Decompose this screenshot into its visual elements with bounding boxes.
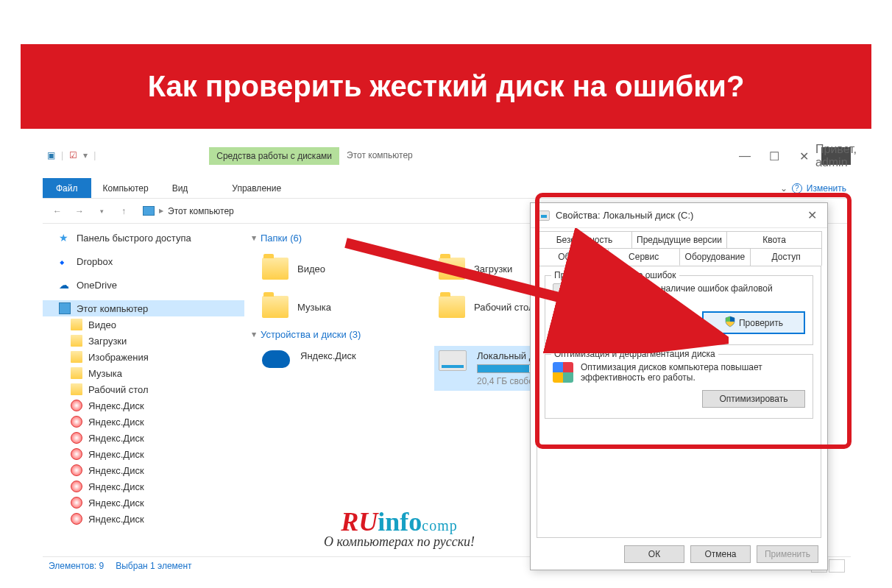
status-count: Элементов: 9: [49, 561, 104, 571]
sidebar-item[interactable]: Яндекс.Диск: [43, 511, 244, 527]
optimize-button[interactable]: Оптимизировать: [702, 390, 805, 408]
close-button[interactable]: ✕: [789, 147, 818, 165]
logo-tagline: О компьютерах по русски!: [324, 534, 475, 550]
sidebar-item-label: Яндекс.Диск: [88, 417, 144, 428]
sidebar-item[interactable]: Загрузки: [43, 333, 244, 349]
tab-file[interactable]: Файл: [43, 178, 91, 198]
breadcrumb-location[interactable]: Этот компьютер: [168, 206, 234, 216]
sidebar-item[interactable]: Видео: [43, 316, 244, 333]
history-dropdown[interactable]: ▾: [93, 202, 110, 220]
up-button[interactable]: ↑: [115, 202, 132, 220]
cancel-button[interactable]: Отмена: [690, 545, 751, 563]
folder-item[interactable]: Видео: [258, 249, 434, 288]
back-button[interactable]: ←: [49, 202, 66, 220]
contextual-tab-label: Средства работы с дисками: [209, 147, 339, 165]
yandex-disk-icon: [71, 400, 82, 411]
logo: RUinfocomp О компьютерах по русски!: [324, 506, 475, 550]
folder-icon: [71, 367, 82, 379]
logo-ru: RU: [341, 507, 378, 536]
tab-service-body: Проверка на наличие ошибок Проверка диск…: [537, 266, 821, 538]
edit-link[interactable]: Изменить: [807, 183, 846, 194]
shield-icon: [724, 316, 736, 330]
forward-button[interactable]: →: [71, 202, 88, 220]
logo-info: info: [378, 507, 422, 536]
optimize-desc: Оптимизация дисков компьютера повышает э…: [581, 362, 805, 383]
sidebar-item[interactable]: Музыка: [43, 365, 244, 381]
sidebar-item[interactable]: Яндекс.Диск: [43, 397, 244, 414]
help-icon[interactable]: ?: [792, 183, 802, 194]
breadcrumb[interactable]: ▶ Этот компьютер: [137, 204, 240, 219]
maximize-button[interactable]: ☐: [760, 147, 789, 165]
sidebar-item[interactable]: ☁OneDrive: [43, 277, 244, 293]
folder-icon: [261, 254, 290, 283]
star-icon: ★: [59, 232, 71, 244]
ribbon-tabs: Файл Компьютер Вид Управление ⌄ ? Измени…: [43, 178, 851, 199]
optimize-group: Оптимизация и дефрагментация диска Оптим…: [545, 354, 813, 419]
separator-icon: |: [61, 150, 63, 160]
folder-item[interactable]: Музыка: [258, 288, 434, 326]
titlebar: ▣ | ☑ ▾ | Средства работы с дисками Этот…: [43, 147, 851, 178]
sidebar-item[interactable]: Яндекс.Диск: [43, 495, 244, 511]
dialog-tab[interactable]: Безопасность: [537, 231, 632, 248]
sidebar-item[interactable]: Яндекс.Диск: [43, 478, 244, 495]
tab-computer[interactable]: Компьютер: [91, 178, 160, 198]
sidebar-item[interactable]: Рабочий стол: [43, 381, 244, 397]
minimize-button[interactable]: —: [730, 147, 760, 165]
banner: Как проверить жесткий диск на ошибки?: [21, 44, 871, 129]
sidebar-item[interactable]: Яндекс.Диск: [43, 430, 244, 446]
sidebar-item-label: Яндекс.Диск: [88, 514, 144, 525]
error-check-group: Проверка на наличие ошибок Проверка диск…: [545, 275, 813, 345]
drive-icon: [439, 350, 467, 371]
sidebar-item[interactable]: Яндекс.Диск: [43, 462, 244, 478]
error-check-legend: Проверка на наличие ошибок: [551, 270, 679, 280]
view-icons-button[interactable]: [829, 559, 845, 573]
sidebar-item[interactable]: Этот компьютер: [43, 300, 244, 316]
sidebar-item-label: Яндекс.Диск: [88, 481, 144, 492]
properties-icon[interactable]: ☑: [69, 150, 77, 160]
folder-icon: [71, 335, 82, 347]
sidebar-item-label: Яндекс.Диск: [88, 465, 144, 476]
sidebar-item-label: Яндекс.Диск: [88, 449, 144, 460]
sidebar-item[interactable]: ★Панель быстрого доступа: [43, 230, 244, 246]
window-controls: — ☐ ✕ Привет, admin: [730, 147, 851, 165]
tab-view[interactable]: Вид: [160, 178, 200, 198]
ok-button[interactable]: ОК: [624, 545, 684, 563]
tab-manage[interactable]: Управление: [220, 178, 293, 198]
optimize-legend: Оптимизация и дефрагментация диска: [551, 349, 718, 359]
sidebar-item[interactable]: Яндекс.Диск: [43, 414, 244, 430]
device-item[interactable]: Яндекс.Диск: [258, 346, 434, 391]
folder-icon: [71, 383, 82, 395]
check-button-label: Проверить: [739, 318, 783, 328]
yandex-disk-icon: [71, 513, 82, 525]
folder-label: Музыка: [297, 302, 331, 313]
folder-icon: [71, 351, 82, 363]
dialog-tab[interactable]: Квота: [726, 231, 822, 248]
chevron-down-icon[interactable]: ⌄: [780, 183, 787, 194]
sidebar-item-label: Рабочий стол: [88, 384, 149, 395]
cloud-icon: ☁: [59, 279, 71, 291]
sidebar-item[interactable]: Яндекс.Диск: [43, 446, 244, 462]
pc-icon: [59, 302, 71, 314]
greeting-badge: Привет, admin: [821, 147, 851, 165]
dialog-close-button[interactable]: ✕: [804, 208, 820, 222]
apply-button[interactable]: Применить: [757, 545, 818, 563]
sidebar-nav: ★Панель быстрого доступа⬥Dropbox☁OneDriv…: [43, 224, 244, 556]
dialog-tab[interactable]: Оборудование: [679, 248, 751, 266]
devices-header-label: Устройства и диски (3): [261, 329, 361, 340]
qat-dropdown-icon[interactable]: ▾: [83, 150, 88, 160]
sidebar-item-label: Яндекс.Диск: [88, 497, 144, 509]
sidebar-item-label: Загрузки: [88, 336, 127, 347]
dialog-tab[interactable]: Сервис: [608, 248, 680, 266]
check-button[interactable]: Проверить: [702, 311, 805, 334]
drive-icon: [538, 210, 550, 221]
sidebar-item-label: Яндекс.Диск: [88, 400, 144, 411]
dialog-tab[interactable]: Доступ: [750, 248, 822, 266]
folder-label: Загрузки: [474, 263, 512, 274]
sidebar-item-label: Этот компьютер: [77, 303, 148, 314]
sidebar-item[interactable]: ⬥Dropbox: [43, 253, 244, 269]
dialog-tabs: БезопасностьПредыдущие версииКвота Общие…: [531, 228, 827, 266]
sidebar-item[interactable]: Изображения: [43, 349, 244, 365]
folder-icon: [437, 254, 467, 283]
dialog-tab[interactable]: Общие: [537, 248, 609, 266]
dialog-tab[interactable]: Предыдущие версии: [631, 231, 727, 248]
